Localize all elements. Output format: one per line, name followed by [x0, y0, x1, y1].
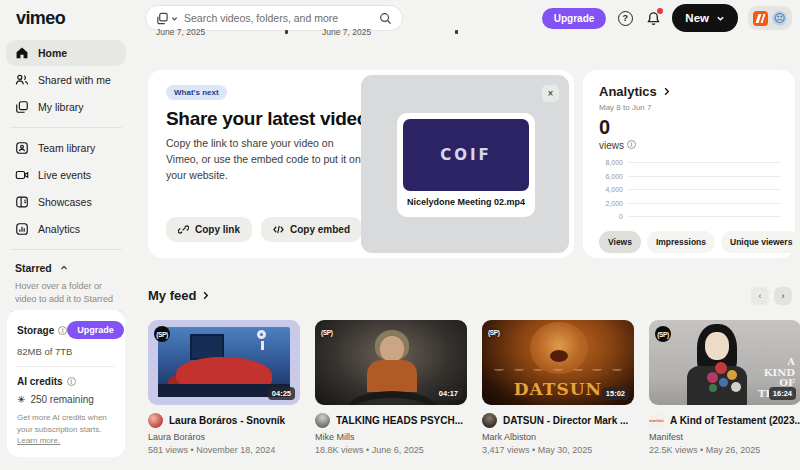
flower-art: [715, 362, 727, 374]
video-meta: 22.5K views • May 26, 2025: [649, 445, 800, 455]
info-icon[interactable]: i: [58, 326, 67, 335]
video-card[interactable]: (SP) 04:17 TALKING HEADS PSYCH... Mike M…: [315, 320, 467, 455]
starred-section-toggle[interactable]: Starred: [6, 257, 126, 279]
analytics-date-range: May 8 to Jun 7: [599, 103, 781, 112]
copy-embed-button[interactable]: Copy embed: [261, 217, 362, 242]
sidebar-item-showcases[interactable]: Showcases: [6, 189, 126, 215]
duration-badge: 04:25: [268, 387, 295, 400]
video-channel[interactable]: Laura Boráros: [148, 432, 300, 442]
video-meta: 581 views • November 18, 2024: [148, 445, 300, 455]
sidebar-item-label: Live events: [38, 169, 91, 181]
video-card[interactable]: (SP) A KIND OF TESTA 16:24 manifest A Ki…: [649, 320, 800, 455]
chevron-right-icon: [201, 291, 210, 300]
showcase-icon: [15, 195, 29, 209]
avatar[interactable]: [148, 413, 163, 428]
extension-face-icon[interactable]: ☹: [772, 11, 787, 26]
sidebar-item-label: Analytics: [38, 223, 80, 235]
video-card[interactable]: (SP) 04:25 Laura Boráros - Snovník Laura…: [148, 320, 300, 455]
ai-credits-title-row: AI credits i: [17, 376, 115, 387]
latest-video-card[interactable]: COIF Nicelydone Meeting 02.mp4: [397, 113, 535, 217]
thumbnail-art: [705, 332, 729, 360]
video-channel[interactable]: Manifest: [649, 432, 800, 442]
hero-body: Copy the link to share your video on Vim…: [166, 136, 364, 183]
notifications-button[interactable]: [644, 9, 662, 27]
video-channel[interactable]: Mark Albiston: [482, 432, 634, 442]
team-library-icon: [15, 141, 29, 155]
video-thumbnail[interactable]: (SP) DATSUN 15:02: [482, 320, 634, 405]
help-button[interactable]: ?: [616, 9, 634, 27]
storage-divider: [17, 366, 115, 367]
whats-next-card: What's next Share your latest video Copy…: [148, 70, 574, 258]
search-scope-dropdown[interactable]: [156, 12, 178, 25]
my-feed-title: My feed: [148, 288, 196, 303]
gridline: [628, 189, 781, 190]
new-button[interactable]: New: [672, 4, 738, 32]
video-channel[interactable]: Mike Mills: [315, 432, 467, 442]
info-icon[interactable]: i: [627, 140, 636, 149]
my-feed-link[interactable]: My feed: [148, 288, 210, 303]
analytics-card: Analytics May 8 to Jun 7 0 views i 8,000…: [583, 70, 795, 258]
vimeo-app: vimeo Upgrade ? New ☹: [0, 0, 800, 470]
search-icon[interactable]: [379, 12, 392, 25]
y-tick-label: 6,000: [599, 173, 623, 180]
avatar[interactable]: [482, 413, 497, 428]
home-icon: [15, 46, 29, 60]
library-icon: [156, 12, 169, 25]
thumbnail-art: [345, 391, 439, 405]
video-title[interactable]: TALKING HEADS PSYCH...: [336, 415, 463, 426]
tab-unique-viewers[interactable]: Unique viewers: [721, 231, 800, 253]
sidebar-item-analytics[interactable]: Analytics: [6, 216, 126, 242]
feed-next-button[interactable]: ›: [774, 287, 792, 305]
new-button-label: New: [685, 12, 709, 24]
tab-impressions[interactable]: Impressions: [647, 231, 715, 253]
browser-extensions: ☹: [748, 6, 792, 30]
vimeo-logo[interactable]: vimeo: [16, 8, 65, 29]
sidebar-item-shared-with-me[interactable]: Shared with me: [6, 67, 126, 93]
sidebar-item-live-events[interactable]: Live events: [6, 162, 126, 188]
starred-label: Starred: [15, 262, 52, 274]
ai-credits-remaining-row: ✳ 250 remaining: [17, 394, 115, 405]
video-title[interactable]: DATSUN - Director Mark ...: [503, 415, 628, 426]
sidebar-item-team-library[interactable]: Team library: [6, 135, 126, 161]
question-mark-icon: ?: [618, 11, 633, 26]
storage-label: Storage: [17, 325, 54, 336]
analytics-title-link[interactable]: Analytics: [599, 84, 781, 99]
tab-views[interactable]: Views: [599, 231, 641, 253]
close-button[interactable]: ×: [542, 85, 559, 102]
duration-badge: 15:02: [602, 387, 629, 400]
video-title[interactable]: Laura Boráros - Snovník: [169, 415, 285, 426]
video-meta: 18.8K views • June 6, 2025: [315, 445, 467, 455]
video-thumbnail[interactable]: (SP) 04:25: [148, 320, 300, 405]
sidebar-item-label: Shared with me: [38, 74, 111, 86]
learn-more-link[interactable]: Learn more.: [17, 436, 60, 445]
info-icon[interactable]: i: [67, 377, 76, 386]
search-input[interactable]: [184, 12, 373, 24]
feed-prev-button[interactable]: ‹: [751, 287, 769, 305]
storage-upgrade-button[interactable]: Upgrade: [67, 321, 124, 339]
latest-video-filename: Nicelydone Meeting 02.mp4: [403, 197, 529, 207]
laurels-art: [494, 366, 622, 372]
avatar[interactable]: manifest: [649, 413, 664, 428]
upgrade-button[interactable]: Upgrade: [542, 8, 607, 29]
hero-title: Share your latest video: [166, 108, 368, 130]
bar-chart-icon: [15, 222, 29, 236]
copy-link-button[interactable]: Copy link: [166, 217, 252, 242]
chevron-down-icon: [171, 15, 178, 22]
chevron-up-icon: [60, 264, 68, 272]
sidebar-item-home[interactable]: Home: [6, 40, 126, 66]
extension-orange-icon[interactable]: [753, 11, 768, 26]
copy-link-label: Copy link: [195, 224, 240, 235]
analytics-views-label: views: [599, 140, 624, 151]
code-icon: [273, 224, 284, 235]
video-card[interactable]: (SP) DATSUN 15:02 DATSUN - Director Mark…: [482, 320, 634, 455]
flower-art: [719, 378, 728, 387]
video-thumbnail[interactable]: (SP) A KIND OF TESTA 16:24: [649, 320, 800, 405]
storage-title-row: Storage i: [17, 325, 67, 336]
y-tick-label: 8,000: [599, 159, 623, 166]
avatar[interactable]: [315, 413, 330, 428]
sidebar-item-my-library[interactable]: My library: [6, 94, 126, 120]
chevron-down-icon: [716, 14, 725, 23]
video-thumbnail[interactable]: (SP) 04:17: [315, 320, 467, 405]
video-title[interactable]: A Kind of Testament (2023...: [670, 415, 800, 426]
latest-video-thumbnail[interactable]: COIF: [403, 119, 529, 191]
